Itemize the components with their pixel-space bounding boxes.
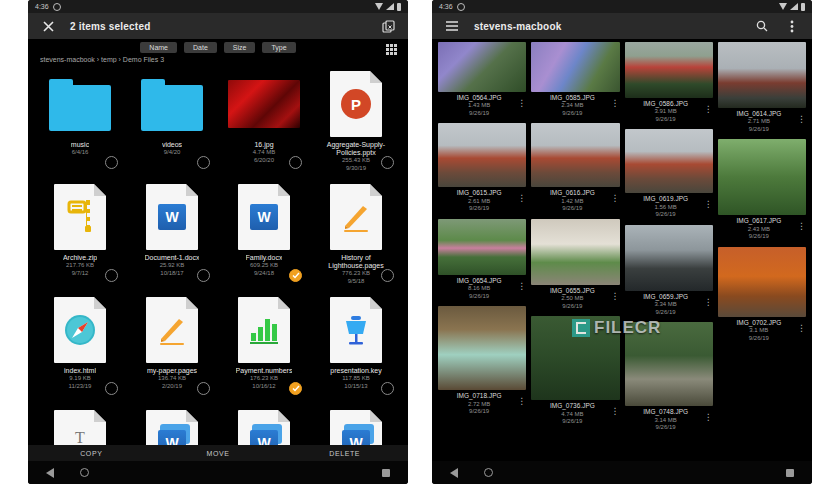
photo-tile[interactable]: IMG_0718.JPG2.72 MB9/26/19⋮ (438, 306, 526, 418)
photo-tile[interactable]: IMG_0619.JPG1.56 MB9/26/19⋮ (625, 129, 713, 221)
file-tile-cutoff-word[interactable]: W (129, 406, 215, 445)
file-tile-image[interactable]: 16.jpg 4.74 MB6/20/20 (221, 67, 307, 177)
photo-tile[interactable]: IMG_0585.JPG2.34 MB9/26/19⋮ (531, 42, 619, 120)
photo-tile[interactable]: IMG_0655.JPG2.50 MB9/26/19⋮ (531, 219, 619, 313)
file-tile-pptx[interactable]: P Aggregate-Supply-Policies.pptx 255.43 … (313, 67, 399, 177)
item-overflow-icon[interactable]: ⋮ (517, 99, 526, 108)
sort-chip-size[interactable]: Size (224, 42, 256, 54)
copy-button[interactable]: COPY (28, 450, 155, 457)
photo-tile[interactable]: IMG_0659.JPG3.34 MB9/26/19⋮ (625, 225, 713, 319)
file-tile-docx[interactable]: W Document-1.docx 25.92 KB10/18/17 (129, 180, 215, 290)
item-overflow-icon[interactable]: ⋮ (704, 298, 713, 307)
back-icon[interactable] (450, 468, 458, 478)
photo-tile[interactable]: IMG_0736.JPG4.74 MB9/26/19⋮ (531, 316, 619, 428)
checkbox-checked[interactable] (289, 382, 302, 395)
checkbox-unchecked[interactable] (381, 382, 394, 395)
file-tile-pages2[interactable]: my-paper.pages 136.74 KB2/20/19 (129, 293, 215, 403)
file-name: Payment.numbers (236, 367, 293, 375)
powerpoint-icon: P (330, 71, 382, 137)
item-overflow-icon[interactable]: ⋮ (797, 324, 806, 333)
search-icon[interactable] (754, 18, 770, 34)
item-overflow-icon[interactable]: ⋮ (611, 292, 620, 301)
item-overflow-icon[interactable]: ⋮ (704, 200, 713, 209)
word-icon: W (238, 184, 290, 250)
sort-chip-type[interactable]: Type (262, 42, 295, 54)
item-overflow-icon[interactable]: ⋮ (704, 105, 713, 114)
checkbox-unchecked[interactable] (197, 156, 210, 169)
page-title: stevens-macbook (474, 21, 561, 32)
checkbox-unchecked[interactable] (105, 269, 118, 282)
item-overflow-icon[interactable]: ⋮ (797, 115, 806, 124)
file-date: 11/23/19 (69, 383, 92, 391)
file-tile-pages[interactable]: History of Lighthouse.pages 776.23 KB9/5… (313, 180, 399, 290)
breadcrumb[interactable]: stevens-macbook › temp › Demo Files 3 (40, 56, 396, 63)
photo-tile[interactable]: IMG_0586.JPG3.91 MB9/26/19⋮ (625, 42, 713, 126)
file-date: 6/4/16 (72, 149, 89, 157)
checkbox-unchecked[interactable] (289, 156, 302, 169)
item-overflow-icon[interactable]: ⋮ (517, 397, 526, 406)
item-overflow-icon[interactable]: ⋮ (611, 407, 620, 416)
file-grid-scroll[interactable]: music 6/4/16 videos 9/4/20 16.jpg 4.74 M… (28, 67, 408, 445)
overflow-menu-icon[interactable] (784, 18, 800, 34)
home-icon[interactable] (80, 468, 89, 477)
checkbox-unchecked[interactable] (197, 269, 210, 282)
photo-thumbnail-shrine (625, 129, 713, 193)
photo-tile[interactable]: IMG_0748.JPG3.14 MB9/26/19⋮ (625, 322, 713, 434)
checkbox-unchecked[interactable] (105, 382, 118, 395)
gallery-app-bar: stevens-macbook (432, 13, 812, 39)
photo-tile[interactable]: IMG_0564.JPG1.43 MB9/26/19⋮ (438, 42, 526, 120)
close-icon[interactable] (40, 18, 56, 34)
file-tile-music[interactable]: music 6/4/16 (37, 67, 123, 177)
photo-tile[interactable]: IMG_0617.JPG2.43 MB9/26/19⋮ (718, 139, 806, 243)
file-date: 10/18/17 (160, 270, 185, 278)
move-button[interactable]: MOVE (155, 450, 282, 457)
photo-tile[interactable]: IMG_0614.JPG2.71 MB9/26/19⋮ (718, 42, 806, 136)
checkbox-unchecked[interactable] (105, 156, 118, 169)
gallery-column-1: IMG_0564.JPG1.43 MB9/26/19⋮ IMG_0615.JPG… (438, 42, 526, 435)
item-overflow-icon[interactable]: ⋮ (797, 222, 806, 231)
photo-tile[interactable]: IMG_0615.JPG2.61 MB9/26/19⋮ (438, 123, 526, 215)
delete-button[interactable]: DELETE (281, 450, 408, 457)
photo-tile[interactable]: IMG_0702.JPG3.1 MB9/26/19⋮ (718, 247, 806, 345)
file-tile-html[interactable]: index.html 9.19 KB11/23/19 (37, 293, 123, 403)
photo-thumbnail-shrine (531, 123, 619, 187)
copy-icon[interactable] (380, 18, 396, 34)
file-tile-keynote[interactable]: presentation.key 117.85 KB10/15/13 (313, 293, 399, 403)
item-overflow-icon[interactable]: ⋮ (704, 413, 713, 422)
photo-tile[interactable]: IMG_0654.JPG8.16 MB9/26/19⋮ (438, 219, 526, 303)
grid-view-icon[interactable] (383, 41, 399, 57)
file-size: 136.74 KB (158, 375, 186, 383)
checkbox-checked[interactable] (289, 269, 302, 282)
zip-icon (54, 184, 106, 250)
photo-name: IMG_0564.JPG (440, 94, 518, 102)
item-overflow-icon[interactable]: ⋮ (517, 282, 526, 291)
home-icon[interactable] (484, 468, 493, 477)
item-overflow-icon[interactable]: ⋮ (517, 194, 526, 203)
checkbox-unchecked[interactable] (381, 156, 394, 169)
recents-icon[interactable] (786, 469, 794, 477)
file-tile-cutoff-text[interactable]: T (37, 406, 123, 445)
gallery-scroll[interactable]: IMG_0564.JPG1.43 MB9/26/19⋮ IMG_0615.JPG… (432, 42, 812, 461)
photo-grid: IMG_0564.JPG1.43 MB9/26/19⋮ IMG_0615.JPG… (432, 42, 812, 435)
menu-icon[interactable] (444, 18, 460, 34)
file-tile-cutoff-word[interactable]: W (221, 406, 307, 445)
file-tile-videos[interactable]: videos 9/4/20 (129, 67, 215, 177)
android-nav-bar (432, 461, 812, 484)
back-icon[interactable] (46, 468, 54, 478)
checkbox-unchecked[interactable] (197, 382, 210, 395)
file-tile-cutoff-word[interactable]: W (313, 406, 399, 445)
sort-chip-date[interactable]: Date (184, 42, 217, 54)
photo-thumbnail-bamboo-path (625, 322, 713, 406)
item-overflow-icon[interactable]: ⋮ (611, 194, 620, 203)
sort-chip-name[interactable]: Name (140, 42, 177, 54)
file-tile-zip[interactable]: Archive.zip 217.76 KB9/7/12 (37, 180, 123, 290)
recents-icon[interactable] (382, 469, 390, 477)
photo-tile[interactable]: IMG_0616.JPG1.42 MB9/26/19⋮ (531, 123, 619, 215)
word-icon: W (330, 410, 382, 445)
status-bar: 4:36 (28, 0, 408, 13)
checkbox-unchecked[interactable] (381, 269, 394, 282)
battery-icon (801, 3, 805, 11)
file-tile-docx-selected[interactable]: W Family.docx 609.25 KB9/24/18 (221, 180, 307, 290)
file-tile-numbers-selected[interactable]: Payment.numbers 176.23 KB10/16/12 (221, 293, 307, 403)
item-overflow-icon[interactable]: ⋮ (611, 99, 620, 108)
